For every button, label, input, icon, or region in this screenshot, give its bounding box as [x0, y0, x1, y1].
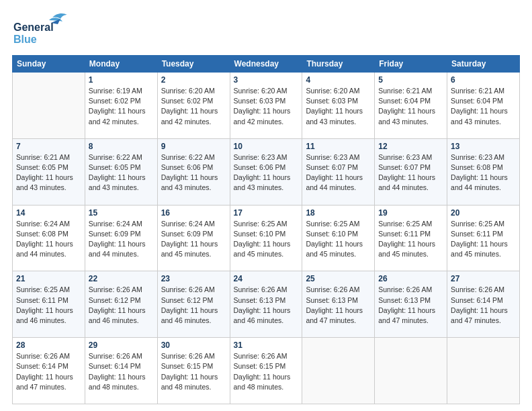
day-info: Sunrise: 6:24 AM Sunset: 6:09 PM Dayligh… [161, 219, 226, 260]
calendar-cell: 18Sunrise: 6:25 AM Sunset: 6:10 PM Dayli… [302, 205, 375, 271]
weekday-header-thursday: Thursday [302, 56, 375, 73]
day-number: 25 [306, 274, 371, 283]
day-number: 17 [234, 208, 299, 218]
calendar-cell: 2Sunrise: 6:20 AM Sunset: 6:02 PM Daylig… [157, 73, 230, 139]
calendar-cell: 4Sunrise: 6:20 AM Sunset: 6:03 PM Daylig… [302, 73, 375, 139]
day-number: 29 [89, 340, 154, 350]
calendar-cell: 9Sunrise: 6:22 AM Sunset: 6:06 PM Daylig… [157, 138, 230, 205]
calendar-cell: 19Sunrise: 6:25 AM Sunset: 6:11 PM Dayli… [375, 205, 447, 271]
calendar-cell: 1Sunrise: 6:19 AM Sunset: 6:02 PM Daylig… [85, 73, 157, 139]
day-info: Sunrise: 6:20 AM Sunset: 6:02 PM Dayligh… [161, 86, 226, 127]
calendar-week-row: 14Sunrise: 6:24 AM Sunset: 6:08 PM Dayli… [13, 205, 520, 271]
day-number: 24 [234, 274, 299, 283]
day-info: Sunrise: 6:26 AM Sunset: 6:14 PM Dayligh… [16, 351, 81, 392]
day-number: 16 [161, 208, 226, 218]
weekday-header-monday: Monday [85, 56, 157, 73]
day-number: 19 [378, 208, 443, 218]
day-info: Sunrise: 6:26 AM Sunset: 6:12 PM Dayligh… [89, 285, 154, 326]
day-info: Sunrise: 6:23 AM Sunset: 6:07 PM Dayligh… [306, 152, 371, 193]
day-number: 12 [378, 142, 443, 151]
day-number: 22 [89, 274, 154, 283]
day-number: 7 [16, 142, 81, 151]
calendar-cell: 14Sunrise: 6:24 AM Sunset: 6:08 PM Dayli… [13, 205, 85, 271]
calendar-cell: 31Sunrise: 6:26 AM Sunset: 6:15 PM Dayli… [230, 338, 302, 404]
calendar-week-row: 7Sunrise: 6:21 AM Sunset: 6:05 PM Daylig… [13, 138, 520, 205]
day-info: Sunrise: 6:26 AM Sunset: 6:15 PM Dayligh… [234, 351, 299, 392]
calendar-cell: 21Sunrise: 6:25 AM Sunset: 6:11 PM Dayli… [13, 271, 85, 338]
day-number: 5 [378, 75, 443, 85]
calendar-cell: 15Sunrise: 6:24 AM Sunset: 6:09 PM Dayli… [85, 205, 157, 271]
day-number: 3 [234, 75, 299, 85]
calendar-cell: 13Sunrise: 6:23 AM Sunset: 6:08 PM Dayli… [447, 138, 520, 205]
day-number: 2 [161, 75, 226, 85]
logo: General Blue [12, 12, 73, 47]
day-info: Sunrise: 6:21 AM Sunset: 6:05 PM Dayligh… [16, 152, 81, 193]
calendar-cell: 30Sunrise: 6:26 AM Sunset: 6:15 PM Dayli… [157, 338, 230, 404]
day-info: Sunrise: 6:25 AM Sunset: 6:11 PM Dayligh… [451, 219, 516, 260]
day-info: Sunrise: 6:26 AM Sunset: 6:13 PM Dayligh… [378, 285, 443, 326]
day-number: 1 [89, 75, 154, 85]
calendar-week-row: 28Sunrise: 6:26 AM Sunset: 6:14 PM Dayli… [13, 338, 520, 404]
day-number: 18 [306, 208, 371, 218]
weekday-header-friday: Friday [375, 56, 447, 73]
day-number: 14 [16, 208, 81, 218]
calendar-cell: 27Sunrise: 6:26 AM Sunset: 6:14 PM Dayli… [447, 271, 520, 338]
day-number: 30 [161, 340, 226, 350]
calendar-cell [375, 338, 447, 404]
day-info: Sunrise: 6:21 AM Sunset: 6:04 PM Dayligh… [451, 86, 516, 127]
calendar-cell: 29Sunrise: 6:26 AM Sunset: 6:14 PM Dayli… [85, 338, 157, 404]
day-number: 27 [451, 274, 516, 283]
day-info: Sunrise: 6:19 AM Sunset: 6:02 PM Dayligh… [89, 86, 154, 127]
calendar-cell: 20Sunrise: 6:25 AM Sunset: 6:11 PM Dayli… [447, 205, 520, 271]
day-info: Sunrise: 6:24 AM Sunset: 6:08 PM Dayligh… [16, 219, 81, 260]
page: General Blue SundayMondayTuesdayWednesda… [0, 0, 532, 411]
day-info: Sunrise: 6:25 AM Sunset: 6:10 PM Dayligh… [234, 219, 299, 260]
day-info: Sunrise: 6:20 AM Sunset: 6:03 PM Dayligh… [306, 86, 371, 127]
day-info: Sunrise: 6:25 AM Sunset: 6:10 PM Dayligh… [306, 219, 371, 260]
day-number: 4 [306, 75, 371, 85]
day-info: Sunrise: 6:22 AM Sunset: 6:05 PM Dayligh… [89, 152, 154, 193]
day-number: 15 [89, 208, 154, 218]
calendar-cell: 11Sunrise: 6:23 AM Sunset: 6:07 PM Dayli… [302, 138, 375, 205]
calendar-table: SundayMondayTuesdayWednesdayThursdayFrid… [12, 55, 520, 404]
calendar-cell: 5Sunrise: 6:21 AM Sunset: 6:04 PM Daylig… [375, 73, 447, 139]
calendar-week-row: 21Sunrise: 6:25 AM Sunset: 6:11 PM Dayli… [13, 271, 520, 338]
calendar-week-row: 1Sunrise: 6:19 AM Sunset: 6:02 PM Daylig… [13, 73, 520, 139]
calendar-cell: 28Sunrise: 6:26 AM Sunset: 6:14 PM Dayli… [13, 338, 85, 404]
weekday-header-wednesday: Wednesday [230, 56, 302, 73]
day-number: 10 [234, 142, 299, 151]
day-info: Sunrise: 6:21 AM Sunset: 6:04 PM Dayligh… [378, 86, 443, 127]
day-number: 9 [161, 142, 226, 151]
calendar-cell: 7Sunrise: 6:21 AM Sunset: 6:05 PM Daylig… [13, 138, 85, 205]
calendar-cell: 23Sunrise: 6:26 AM Sunset: 6:12 PM Dayli… [157, 271, 230, 338]
day-info: Sunrise: 6:26 AM Sunset: 6:12 PM Dayligh… [161, 285, 226, 326]
calendar-cell: 17Sunrise: 6:25 AM Sunset: 6:10 PM Dayli… [230, 205, 302, 271]
day-number: 26 [378, 274, 443, 283]
calendar-cell: 12Sunrise: 6:23 AM Sunset: 6:07 PM Dayli… [375, 138, 447, 205]
calendar-cell: 16Sunrise: 6:24 AM Sunset: 6:09 PM Dayli… [157, 205, 230, 271]
day-info: Sunrise: 6:26 AM Sunset: 6:15 PM Dayligh… [161, 351, 226, 392]
day-number: 21 [16, 274, 81, 283]
day-number: 20 [451, 208, 516, 218]
day-info: Sunrise: 6:22 AM Sunset: 6:06 PM Dayligh… [161, 152, 226, 193]
day-number: 11 [306, 142, 371, 151]
weekday-header-saturday: Saturday [447, 56, 520, 73]
day-number: 28 [16, 340, 81, 350]
day-info: Sunrise: 6:20 AM Sunset: 6:03 PM Dayligh… [234, 86, 299, 127]
day-number: 13 [451, 142, 516, 151]
logo-svg: General Blue [12, 12, 73, 47]
calendar-cell [302, 338, 375, 404]
day-number: 23 [161, 274, 226, 283]
day-info: Sunrise: 6:25 AM Sunset: 6:11 PM Dayligh… [16, 285, 81, 326]
day-number: 8 [89, 142, 154, 151]
calendar-cell: 24Sunrise: 6:26 AM Sunset: 6:13 PM Dayli… [230, 271, 302, 338]
calendar-cell: 26Sunrise: 6:26 AM Sunset: 6:13 PM Dayli… [375, 271, 447, 338]
day-info: Sunrise: 6:26 AM Sunset: 6:14 PM Dayligh… [451, 285, 516, 326]
day-info: Sunrise: 6:23 AM Sunset: 6:06 PM Dayligh… [234, 152, 299, 193]
calendar-cell [13, 73, 85, 139]
day-info: Sunrise: 6:23 AM Sunset: 6:08 PM Dayligh… [451, 152, 516, 193]
day-info: Sunrise: 6:26 AM Sunset: 6:13 PM Dayligh… [306, 285, 371, 326]
calendar-cell: 10Sunrise: 6:23 AM Sunset: 6:06 PM Dayli… [230, 138, 302, 205]
calendar-cell: 6Sunrise: 6:21 AM Sunset: 6:04 PM Daylig… [447, 73, 520, 139]
day-info: Sunrise: 6:24 AM Sunset: 6:09 PM Dayligh… [89, 219, 154, 260]
